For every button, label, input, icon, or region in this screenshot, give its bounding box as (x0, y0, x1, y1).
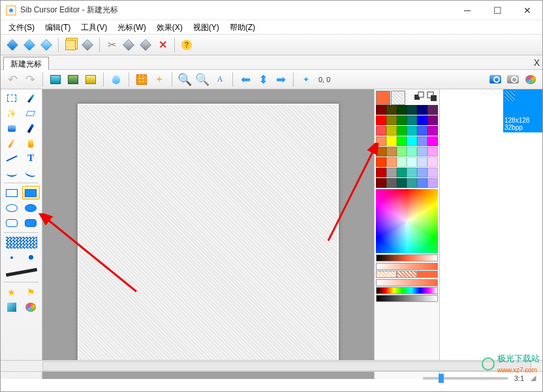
palette-cell[interactable] (417, 168, 427, 177)
canvas[interactable] (78, 104, 339, 365)
tool-arc[interactable] (22, 166, 40, 180)
move-left-button[interactable]: ⬅ (238, 72, 253, 87)
menu-effects[interactable]: 效果(X) (151, 20, 188, 34)
palette-cell[interactable] (376, 105, 386, 115)
tool-roundrect-filled[interactable] (22, 216, 40, 230)
palette-cell[interactable] (376, 147, 386, 157)
move-right-button[interactable]: ➡ (273, 72, 288, 87)
dither-dot2[interactable] (22, 250, 40, 264)
tool-rect-outline[interactable] (3, 186, 21, 200)
layer-3-button[interactable] (83, 72, 99, 87)
palette-cell[interactable] (397, 126, 407, 136)
tool-fill[interactable] (3, 121, 21, 135)
palette-cell[interactable] (397, 147, 407, 157)
palette-cell[interactable] (376, 178, 386, 188)
palette-cell[interactable] (386, 126, 397, 136)
tool-pencil[interactable] (3, 136, 21, 150)
palette-cell[interactable] (386, 147, 397, 157)
palette-cell[interactable] (417, 105, 427, 115)
gradient-bar-sat[interactable] (376, 263, 438, 270)
palette-cell[interactable] (407, 178, 417, 188)
tool-brush[interactable] (22, 121, 40, 135)
close-button[interactable]: ✕ (512, 1, 542, 20)
palette-cell[interactable] (407, 157, 417, 167)
palette-cell[interactable] (407, 126, 417, 136)
palette-cell[interactable] (427, 168, 438, 177)
menu-file[interactable]: 文件(S) (3, 20, 40, 34)
zoom-slider[interactable] (423, 377, 508, 380)
new-button[interactable] (5, 37, 20, 53)
tool-roundrect-outline[interactable] (3, 216, 21, 230)
menu-edit[interactable]: 编辑(T) (40, 20, 76, 34)
opacity-button[interactable] (108, 72, 124, 87)
palette-cell[interactable] (427, 147, 438, 157)
delete-button[interactable]: ✕ (155, 37, 170, 53)
toolopt-cube[interactable] (3, 300, 21, 314)
palette-cell[interactable] (417, 136, 427, 146)
export-button[interactable] (63, 37, 78, 53)
palette-cell[interactable] (397, 115, 407, 125)
layer-2-button[interactable] (65, 72, 81, 87)
tabbar-close-icon[interactable]: X (534, 57, 540, 68)
pattern-row-1[interactable] (376, 271, 438, 278)
toggle-grid-button[interactable] (134, 72, 149, 87)
spectrum-bar[interactable] (376, 287, 438, 294)
zoom-out-button[interactable]: 🔍 (194, 72, 210, 87)
palette-cell[interactable] (417, 115, 427, 125)
zoom-in-button[interactable]: 🔍 (177, 72, 193, 87)
redo-button[interactable]: ↷ (22, 72, 38, 87)
palette-cell[interactable] (397, 136, 407, 146)
gradient-bar-alpha[interactable] (376, 279, 438, 286)
palette-cell[interactable] (407, 147, 417, 157)
toolopt-palette[interactable] (22, 300, 40, 314)
palette-cell[interactable] (427, 178, 438, 188)
tool-line[interactable] (3, 151, 21, 165)
color-wheel[interactable] (376, 189, 438, 253)
menu-view[interactable]: 视图(Y) (188, 20, 225, 34)
palette-cell[interactable] (386, 168, 397, 177)
tool-ellipse-outline[interactable] (3, 201, 21, 215)
swap-colors-icon[interactable] (414, 91, 426, 102)
palette-cell[interactable] (427, 126, 438, 136)
tool-rect-filled[interactable] (22, 186, 40, 200)
cursor-hotspot-button[interactable]: ✦ (298, 72, 314, 87)
reset-colors-icon[interactable] (426, 91, 438, 102)
maximize-button[interactable]: ☐ (482, 1, 512, 20)
undo-button[interactable]: ↶ (5, 72, 20, 87)
palette-cell[interactable] (417, 157, 427, 167)
palette-cell[interactable] (427, 136, 438, 146)
resize-grip-icon[interactable]: ◢ (531, 374, 536, 382)
tool-ellipse-filled[interactable] (22, 201, 40, 215)
palette-cell[interactable] (376, 115, 386, 125)
palette-cell[interactable] (376, 157, 386, 167)
tool-curve[interactable] (3, 166, 21, 180)
menu-cursor[interactable]: 光标(W) (112, 20, 151, 34)
move-updown-button[interactable]: ⬍ (255, 72, 271, 87)
cut-button[interactable] (104, 37, 119, 53)
palette-cell[interactable] (417, 126, 427, 136)
palette-cell[interactable] (417, 147, 427, 157)
snapshot-button[interactable] (505, 72, 521, 87)
save-button[interactable] (39, 37, 54, 53)
capture-button[interactable] (488, 72, 503, 87)
palette-cell[interactable] (407, 168, 417, 177)
palette-cell[interactable] (407, 105, 417, 115)
background-color-swatch[interactable] (391, 91, 405, 105)
palette-cell[interactable] (407, 115, 417, 125)
palette-cell[interactable] (427, 115, 438, 125)
minimize-button[interactable]: ─ (452, 1, 482, 20)
dither-dot1[interactable] (3, 250, 21, 264)
canvas-area[interactable] (42, 89, 374, 379)
palette-cell[interactable] (386, 136, 397, 146)
palette-grid[interactable] (376, 105, 438, 188)
palette-cell[interactable] (376, 126, 386, 136)
palette-cell[interactable] (417, 178, 427, 188)
palette-cell[interactable] (397, 178, 407, 188)
palette-cell[interactable] (386, 115, 397, 125)
foreground-color-swatch[interactable] (376, 91, 390, 105)
palette-cell[interactable] (397, 105, 407, 115)
frame-thumb-128[interactable]: 128x128 32bpp (503, 89, 542, 132)
zoom-text-button[interactable]: A (212, 72, 228, 87)
palette-cell[interactable] (386, 178, 397, 188)
gradient-bar-hue[interactable] (376, 254, 438, 262)
